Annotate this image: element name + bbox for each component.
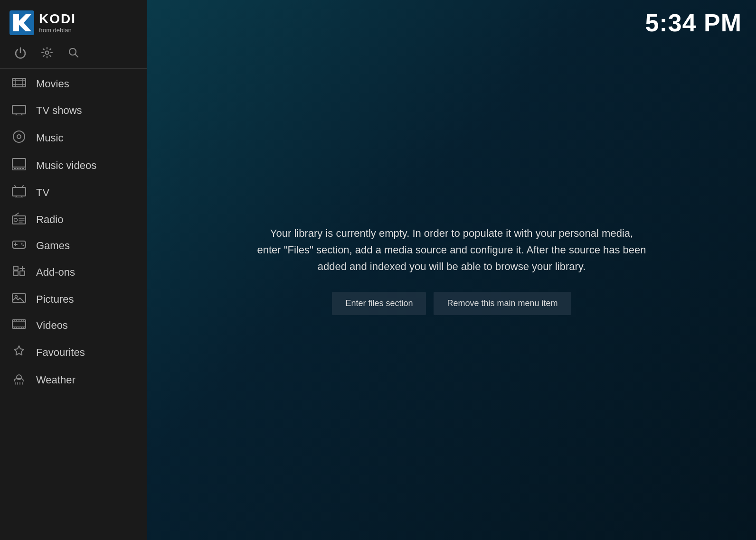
sidebar-item-radio-label: Radio <box>36 214 63 226</box>
svg-rect-37 <box>13 271 18 276</box>
favourites-icon <box>11 344 27 360</box>
svg-point-35 <box>21 243 23 245</box>
enter-files-button[interactable]: Enter files section <box>332 292 426 315</box>
svg-rect-4 <box>12 78 26 87</box>
remove-menu-item-button[interactable]: Remove this main menu item <box>434 292 571 315</box>
sidebar-item-music-videos[interactable]: Music videos <box>0 152 147 179</box>
main-content: 5:34 PM Your library is currently empty.… <box>147 0 756 540</box>
sidebar-item-pictures[interactable]: Pictures <box>0 286 147 312</box>
svg-point-2 <box>46 51 49 55</box>
svg-rect-18 <box>17 168 19 169</box>
tv-icon <box>11 185 27 200</box>
sidebar: KODI from debian <box>0 0 147 540</box>
svg-rect-19 <box>19 168 21 169</box>
logo-area: KODI from debian <box>0 0 147 40</box>
sidebar-item-music-videos-label: Music videos <box>36 159 96 172</box>
sidebar-item-add-ons[interactable]: Add-ons <box>0 258 147 286</box>
svg-point-13 <box>13 131 25 142</box>
svg-rect-9 <box>12 105 26 114</box>
movies-icon <box>11 77 27 91</box>
kodi-logo-icon <box>9 10 34 35</box>
sidebar-item-games[interactable]: Games <box>0 233 147 258</box>
content-center: Your library is currently empty. In orde… <box>147 0 756 540</box>
svg-rect-17 <box>14 168 16 169</box>
settings-icon[interactable] <box>41 47 53 62</box>
weather-icon <box>11 372 27 387</box>
sidebar-item-movies[interactable]: Movies <box>0 71 147 97</box>
library-empty-message: Your library is currently empty. In orde… <box>257 225 646 275</box>
svg-rect-38 <box>20 271 25 276</box>
svg-rect-39 <box>13 266 18 270</box>
svg-point-14 <box>17 135 21 139</box>
sidebar-item-favourites[interactable]: Favourites <box>0 338 147 366</box>
sidebar-item-radio[interactable]: Radio <box>0 206 147 233</box>
svg-rect-21 <box>12 187 26 196</box>
sidebar-item-favourites-label: Favourites <box>36 346 85 359</box>
sidebar-item-weather[interactable]: Weather <box>0 366 147 393</box>
games-icon <box>11 239 27 252</box>
svg-rect-40 <box>12 294 26 302</box>
action-buttons: Enter files section Remove this main men… <box>332 292 571 315</box>
sidebar-item-games-label: Games <box>36 240 70 252</box>
svg-point-28 <box>14 218 18 222</box>
videos-icon <box>11 318 27 332</box>
svg-point-36 <box>23 245 24 246</box>
sidebar-item-tv-shows-label: TV shows <box>36 104 82 117</box>
sidebar-item-videos-label: Videos <box>36 319 68 332</box>
power-icon[interactable] <box>14 47 27 62</box>
tv-shows-icon <box>11 103 27 118</box>
nav-items: Movies TV shows Music <box>0 71 147 540</box>
svg-rect-20 <box>22 168 24 169</box>
sidebar-item-music[interactable]: Music <box>0 124 147 152</box>
svg-rect-15 <box>12 158 26 167</box>
sidebar-divider <box>0 68 147 69</box>
svg-point-3 <box>69 48 76 55</box>
sidebar-item-movies-label: Movies <box>36 78 69 90</box>
logo-text-group: KODI from debian <box>39 12 76 34</box>
sidebar-item-tv[interactable]: TV <box>0 179 147 206</box>
music-icon <box>11 130 27 146</box>
sidebar-item-videos[interactable]: Videos <box>0 312 147 338</box>
pictures-icon <box>11 292 27 306</box>
sidebar-item-weather-label: Weather <box>36 374 76 386</box>
sidebar-item-music-label: Music <box>36 132 63 144</box>
clock: 5:34 PM <box>645 9 742 37</box>
app-title: KODI <box>39 12 76 26</box>
search-icon[interactable] <box>67 47 80 62</box>
sidebar-item-tv-label: TV <box>36 186 49 199</box>
sidebar-item-tv-shows[interactable]: TV shows <box>0 97 147 124</box>
sidebar-item-add-ons-label: Add-ons <box>36 266 75 279</box>
add-ons-icon <box>11 264 27 280</box>
music-videos-icon <box>11 158 27 173</box>
sidebar-item-pictures-label: Pictures <box>36 293 74 306</box>
app-subtitle: from debian <box>39 27 76 34</box>
radio-icon <box>11 212 27 227</box>
top-icons-bar <box>0 40 147 68</box>
